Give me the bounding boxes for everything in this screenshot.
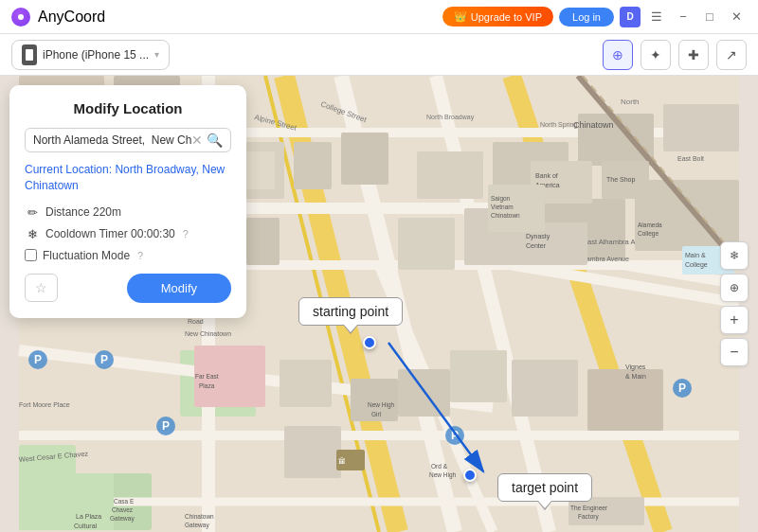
svg-text:The Shop: The Shop: [606, 176, 635, 184]
search-input[interactable]: [33, 133, 191, 147]
svg-text:Factory: Factory: [578, 513, 599, 521]
svg-rect-26: [417, 151, 483, 199]
discord-icon[interactable]: D: [620, 7, 641, 27]
panel-title: Modify Location: [25, 100, 231, 116]
svg-text:Chinatown: Chinatown: [573, 120, 614, 130]
maximize-button[interactable]: □: [699, 7, 720, 27]
current-location[interactable]: Current Location: North Broadway, New Ch…: [25, 162, 231, 194]
titlebar-right: 👑 Upgrade to VIP Log in D ☰ − □ ✕: [442, 7, 747, 27]
svg-rect-38: [280, 360, 332, 407]
menu-button[interactable]: ☰: [646, 7, 667, 27]
target-point-marker[interactable]: [463, 469, 477, 482]
svg-text:College: College: [638, 230, 659, 238]
titlebar: AnyCoord 👑 Upgrade to VIP Log in D ☰ − □…: [0, 0, 758, 34]
svg-rect-43: [512, 360, 578, 417]
chevron-down-icon: ▾: [154, 49, 159, 60]
svg-text:Plaza: Plaza: [199, 382, 215, 389]
zoom-in-button[interactable]: +: [720, 306, 749, 334]
svg-text:Chinatown: Chinatown: [491, 212, 520, 219]
svg-text:& Main: & Main: [625, 373, 646, 380]
app-title: AnyCoord: [38, 9, 105, 26]
svg-text:Alameda: Alameda: [638, 222, 662, 228]
minimize-button[interactable]: −: [673, 7, 694, 27]
fluctuation-label[interactable]: Fluctuation Mode: [43, 249, 130, 262]
svg-rect-45: [19, 473, 114, 530]
toolbar: iPhone (iPhone 15 ... ▾ ⊕ ✦ ✚ ↗: [0, 34, 758, 76]
device-name: iPhone (iPhone 15 ...: [43, 48, 149, 62]
locate-button[interactable]: ⊕: [603, 40, 633, 70]
svg-text:Vignes: Vignes: [625, 364, 646, 371]
search-icon[interactable]: 🔍: [207, 133, 223, 148]
svg-text:North: North: [621, 98, 640, 106]
panel-footer: ☆ Modify: [25, 274, 231, 303]
zoom-controls: ❄ ⊕ + −: [720, 241, 749, 366]
upgrade-button[interactable]: 👑 Upgrade to VIP: [442, 7, 553, 27]
pencil-icon: ✏: [25, 205, 40, 220]
svg-text:P: P: [678, 381, 686, 395]
cross-button[interactable]: ✚: [678, 40, 709, 70]
export-button[interactable]: ↗: [716, 40, 747, 70]
starting-point-marker[interactable]: [363, 336, 376, 349]
snowflake-icon: ❄: [25, 227, 40, 241]
svg-text:Girl: Girl: [371, 411, 382, 417]
svg-text:Dynasty: Dynasty: [526, 233, 550, 240]
device-icon: [22, 44, 37, 65]
fluctuation-row[interactable]: Fluctuation Mode ?: [25, 249, 231, 262]
svg-text:North Spring: North Spring: [540, 121, 577, 129]
login-button[interactable]: Log in: [559, 8, 614, 27]
svg-text:Center: Center: [526, 242, 547, 249]
cooldown-label: Cooldown Timer 00:00:30: [45, 227, 175, 240]
svg-rect-42: [450, 350, 507, 402]
fluctuation-help-icon[interactable]: ?: [137, 250, 143, 261]
svg-text:La Plaza: La Plaza: [76, 513, 101, 520]
svg-text:Saigon: Saigon: [491, 195, 511, 203]
svg-text:Casa E: Casa E: [114, 498, 135, 505]
svg-text:The Engineer: The Engineer: [570, 505, 608, 512]
svg-text:Chinatown: Chinatown: [185, 513, 214, 520]
svg-text:P: P: [100, 353, 108, 366]
svg-text:🏛: 🏛: [338, 456, 346, 466]
app-logo: [11, 8, 30, 27]
main-area: P P P P P 🏛 North Hill Street Alpine Str…: [0, 76, 758, 532]
svg-text:Gateway: Gateway: [110, 515, 135, 523]
svg-rect-24: [294, 142, 332, 189]
snowflake-button[interactable]: ❄: [720, 241, 749, 270]
svg-rect-39: [284, 426, 341, 478]
cooldown-row: ❄ Cooldown Timer 00:00:30 ?: [25, 227, 231, 241]
svg-text:North Broadway: North Broadway: [426, 114, 475, 121]
modify-button[interactable]: Modify: [127, 274, 231, 303]
favorite-button[interactable]: ☆: [25, 274, 58, 302]
svg-text:Bank of: Bank of: [535, 172, 558, 179]
svg-text:College: College: [685, 261, 708, 269]
svg-text:Far East: Far East: [195, 373, 219, 380]
search-bar[interactable]: ✕ 🔍: [25, 128, 231, 152]
titlebar-left: AnyCoord: [11, 8, 105, 27]
svg-text:Road: Road: [188, 318, 204, 325]
distance-label: Distance 220m: [45, 205, 121, 219]
svg-text:East Bolt: East Bolt: [677, 155, 704, 162]
svg-text:New High: New High: [368, 401, 395, 409]
svg-text:New High: New High: [429, 471, 457, 479]
close-button[interactable]: ✕: [726, 7, 747, 27]
svg-text:P: P: [162, 419, 170, 433]
star-icon: ☆: [35, 280, 47, 295]
modify-location-panel: Modify Location ✕ 🔍 Current Location: No…: [9, 85, 246, 318]
arrows-button[interactable]: ✦: [641, 40, 671, 70]
svg-rect-33: [398, 218, 455, 270]
crown-icon: 👑: [454, 10, 467, 23]
device-selector[interactable]: iPhone (iPhone 15 ... ▾: [11, 40, 170, 70]
map[interactable]: P P P P P 🏛 North Hill Street Alpine Str…: [0, 76, 758, 532]
svg-rect-29: [663, 104, 739, 151]
help-icon[interactable]: ?: [183, 228, 189, 239]
distance-row: ✏ Distance 220m: [25, 205, 231, 220]
zoom-out-button[interactable]: −: [720, 338, 749, 366]
current-location-label: Current Location:: [25, 163, 112, 176]
svg-text:Gateway: Gateway: [185, 522, 209, 529]
svg-text:Chavez: Chavez: [112, 506, 134, 513]
fluctuation-checkbox[interactable]: [25, 249, 37, 261]
clear-icon[interactable]: ✕: [191, 133, 203, 148]
svg-text:Main &: Main &: [685, 252, 706, 258]
circle-plus-button[interactable]: ⊕: [720, 274, 749, 302]
svg-rect-89: [568, 497, 644, 525]
svg-text:New Chinatown: New Chinatown: [185, 330, 231, 337]
